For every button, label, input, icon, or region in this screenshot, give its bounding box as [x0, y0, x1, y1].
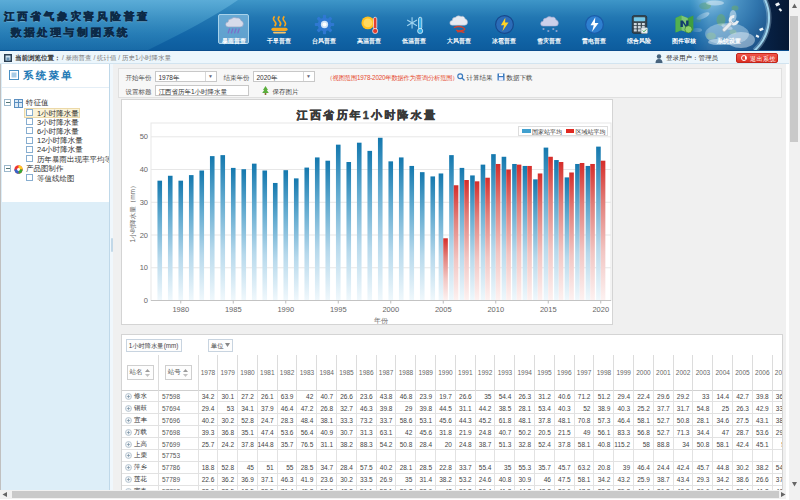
svg-text:1980: 1980	[172, 305, 189, 314]
svg-text:0: 0	[144, 296, 148, 305]
svg-text:*: *	[547, 29, 550, 35]
svg-text:2000: 2000	[382, 305, 399, 314]
svg-text:20: 20	[140, 231, 148, 240]
svg-text:10: 10	[140, 263, 148, 272]
svg-text:30: 30	[140, 198, 148, 207]
svg-text:*: *	[555, 29, 558, 35]
svg-text:50: 50	[140, 132, 148, 141]
svg-text:1990: 1990	[277, 305, 294, 314]
svg-text:40: 40	[140, 165, 148, 174]
svg-text:2015: 2015	[540, 305, 557, 314]
svg-text:2010: 2010	[487, 305, 504, 314]
svg-text:1985: 1985	[225, 305, 242, 314]
svg-text:*: *	[542, 27, 545, 33]
svg-text:1995: 1995	[330, 305, 347, 314]
svg-text:2005: 2005	[435, 305, 452, 314]
svg-text:2020: 2020	[592, 305, 609, 314]
